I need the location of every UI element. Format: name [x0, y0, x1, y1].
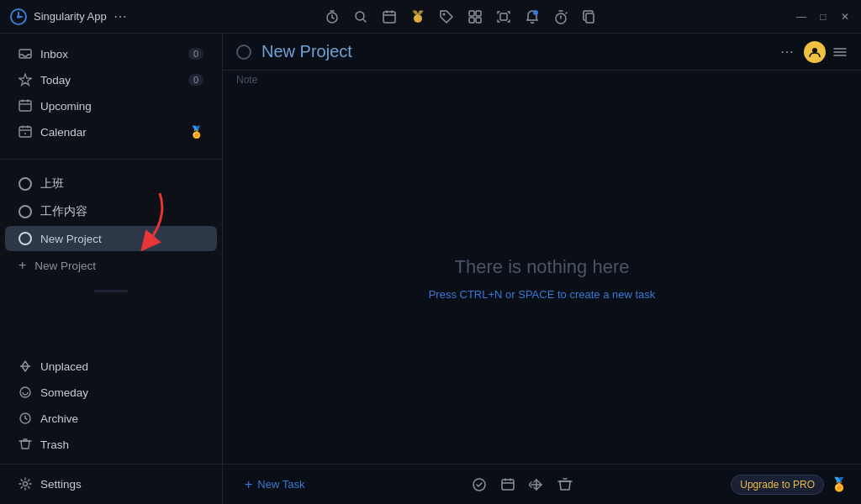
grid-icon[interactable]	[467, 9, 483, 24]
new-task-label: New Task	[257, 478, 304, 491]
close-button[interactable]: ✕	[839, 11, 851, 23]
someday-label: Someday	[40, 386, 203, 399]
sidebar-item-settings[interactable]: Settings	[5, 471, 217, 496]
sidebar-projects: 上班 工作内容 New Project + New Project	[0, 166, 222, 283]
sidebar-item-archive[interactable]: Archive	[5, 406, 217, 431]
svg-point-22	[812, 48, 817, 53]
stopwatch-icon[interactable]	[553, 9, 568, 24]
search-icon[interactable]	[353, 9, 368, 24]
medal-icon[interactable]	[410, 9, 425, 24]
sidebar-item-upcoming[interactable]: Upcoming	[5, 93, 217, 118]
archive-label: Archive	[40, 412, 203, 425]
project-3-label: New Project	[40, 233, 102, 245]
settings-icon	[18, 477, 32, 491]
upgrade-button[interactable]: Upgrade to PRO	[731, 475, 824, 495]
main-layout: Inbox 0 Today 0 Upcoming	[0, 34, 861, 504]
sidebar-item-today[interactable]: Today 0	[5, 67, 217, 92]
svg-point-18	[24, 133, 26, 134]
sidebar: Inbox 0 Today 0 Upcoming	[0, 34, 223, 504]
svg-rect-16	[19, 101, 31, 111]
sidebar-item-trash[interactable]: Trash	[5, 432, 217, 457]
svg-rect-14	[586, 13, 594, 23]
settings-label: Settings	[40, 478, 203, 491]
app-more-icon[interactable]: ⋯	[114, 8, 127, 24]
empty-state: There is nothing here Press CTRL+N or SP…	[223, 92, 861, 464]
project-circle-3	[18, 232, 32, 245]
svg-point-19	[20, 387, 30, 397]
move-icon[interactable]	[529, 477, 544, 492]
svg-rect-24	[502, 480, 514, 490]
content-area: New Project ⋯ Note There is nothing her	[223, 34, 861, 504]
maximize-button[interactable]: □	[817, 11, 829, 23]
add-project-plus-icon: +	[18, 258, 26, 273]
sidebar-item-calendar[interactable]: Calendar 🏅	[5, 119, 217, 144]
svg-point-12	[533, 10, 538, 15]
calendar-label: Calendar	[40, 126, 181, 139]
new-task-plus-icon: +	[245, 477, 252, 492]
sidebar-divider-2	[0, 464, 222, 465]
svg-rect-8	[476, 11, 481, 16]
svg-point-1	[17, 15, 20, 18]
calendar-view-icon[interactable]	[500, 477, 515, 492]
copy-icon[interactable]	[582, 9, 597, 24]
sidebar-separator	[0, 283, 222, 299]
separator-line	[94, 290, 128, 292]
timer-icon[interactable]	[325, 9, 340, 24]
add-project-button[interactable]: + New Project	[5, 252, 217, 279]
app-title: Singularity App	[34, 10, 107, 23]
content-note[interactable]: Note	[223, 71, 861, 92]
bottom-bar-left: + New Task	[236, 472, 313, 497]
bottom-bar-right: Upgrade to PRO 🏅	[731, 475, 848, 495]
empty-state-hint: Press CTRL+N or SPACE to create a new ta…	[429, 288, 656, 301]
inbox-label: Inbox	[40, 48, 180, 60]
titlebar-center	[325, 9, 597, 24]
upcoming-label: Upcoming	[40, 100, 203, 113]
content-title: New Project	[261, 42, 767, 61]
titlebar: Singularity App ⋯	[0, 0, 861, 34]
task-circle[interactable]	[236, 45, 251, 60]
svg-point-6	[443, 13, 446, 15]
delete-icon[interactable]	[557, 477, 573, 492]
project-circle-1	[18, 177, 32, 191]
sidebar-bottom: Unplaced Someday Archive	[0, 346, 222, 504]
task-complete-icon[interactable]	[472, 477, 487, 492]
svg-rect-9	[469, 18, 474, 23]
upcoming-icon	[18, 99, 32, 113]
unplaced-icon	[18, 360, 32, 373]
calendar-icon[interactable]	[382, 9, 397, 24]
sidebar-divider-1	[0, 159, 222, 160]
someday-icon	[18, 386, 32, 399]
svg-rect-11	[500, 13, 507, 20]
sidebar-item-project-1[interactable]: 上班	[5, 171, 217, 197]
content-header: New Project ⋯	[223, 34, 861, 71]
titlebar-right: — □ ✕	[795, 11, 851, 23]
upgrade-icon: 🏅	[831, 476, 848, 492]
bell-icon[interactable]	[525, 9, 540, 24]
sidebar-item-unplaced[interactable]: Unplaced	[5, 354, 217, 379]
project-1-label: 上班	[40, 176, 64, 192]
unplaced-label: Unplaced	[40, 360, 203, 373]
today-badge: 0	[188, 74, 203, 86]
sidebar-item-project-2[interactable]: 工作内容	[5, 198, 217, 225]
minimize-button[interactable]: —	[795, 11, 807, 23]
svg-rect-10	[476, 18, 481, 23]
svg-rect-17	[19, 127, 31, 137]
sidebar-item-inbox[interactable]: Inbox 0	[5, 41, 217, 66]
calendar-side-icon	[18, 125, 32, 139]
capture-icon[interactable]	[496, 9, 511, 24]
today-icon	[18, 73, 32, 87]
app-logo-icon	[10, 8, 27, 25]
new-task-button[interactable]: + New Task	[236, 472, 313, 497]
sidebar-item-project-3[interactable]: New Project	[5, 226, 217, 251]
trash-label: Trash	[40, 438, 203, 451]
sidebar-item-someday[interactable]: Someday	[5, 380, 217, 405]
tag-icon[interactable]	[439, 9, 454, 24]
hamburger-icon[interactable]	[832, 45, 848, 60]
bottom-bar-icons	[472, 477, 573, 492]
svg-point-21	[24, 482, 28, 486]
content-more-button[interactable]: ⋯	[777, 40, 797, 63]
sidebar-nav: Inbox 0 Today 0 Upcoming	[0, 34, 222, 152]
svg-rect-4	[383, 12, 395, 23]
project-2-label: 工作内容	[40, 204, 87, 219]
archive-icon	[18, 412, 32, 425]
